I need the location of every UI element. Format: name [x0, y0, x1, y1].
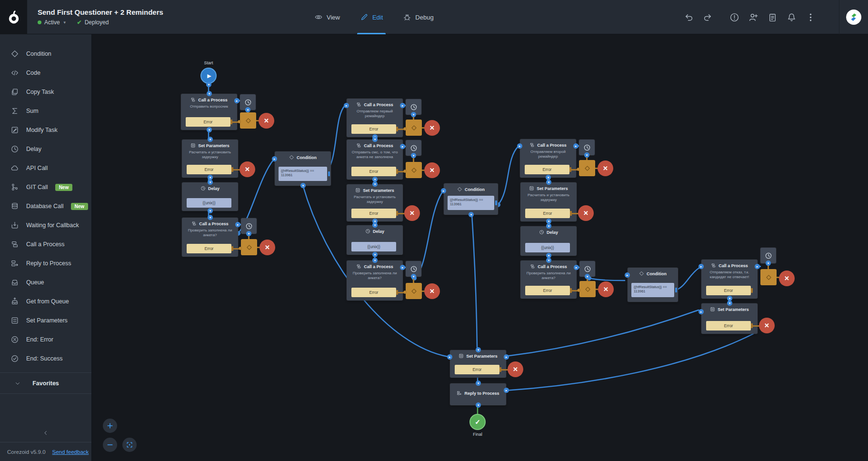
connector-dot[interactable]: ▾	[546, 180, 551, 185]
final-node[interactable]: ✓	[469, 414, 486, 430]
zoom-out-button[interactable]	[103, 438, 117, 452]
zoom-in-button[interactable]	[103, 419, 117, 433]
end-error-node[interactable]: ✕	[598, 281, 614, 297]
node-n12-delay[interactable]: Delay{{unix}}▾▾	[520, 226, 577, 256]
tab-edit[interactable]: Edit	[360, 0, 383, 34]
error-branch-bar[interactable]: Error	[351, 209, 396, 218]
connector-dot[interactable]: ▸	[400, 103, 405, 108]
end-error-node[interactable]: ✕	[779, 271, 795, 286]
error-branch-bar[interactable]: Error	[351, 288, 396, 297]
node-n14-call-a-process[interactable]: Call a ProcessОтправляем отказ, т.к. кан…	[701, 260, 758, 299]
start-node[interactable]: ▶	[200, 68, 217, 84]
connector-dot[interactable]: ▾	[469, 212, 474, 217]
status-label[interactable]: Active	[44, 19, 60, 26]
node-n1-call-a-process[interactable]: Call a ProcessОтправить вопросникError▸▾…	[181, 94, 237, 130]
connector-dot[interactable]: ▾	[372, 252, 378, 257]
condition-out-nub[interactable]	[675, 288, 677, 292]
more-menu-button[interactable]	[805, 12, 816, 22]
node-c3-condition[interactable]: Condition{{hfResultStatus}} ==113961▸	[628, 268, 678, 302]
delay-value-bar[interactable]: {{unix}}	[525, 243, 570, 252]
error-branch-bar[interactable]: Error	[525, 209, 570, 218]
connector-dot[interactable]: ▾	[208, 208, 213, 213]
error-branch-bar[interactable]: Error	[706, 321, 751, 331]
node-n4-call-a-process[interactable]: Call a ProcessПроверить заполнена ли анк…	[182, 218, 238, 257]
condition-branch-node[interactable]	[241, 239, 257, 255]
connector-dot[interactable]: ▸	[504, 354, 509, 360]
tab-view[interactable]: View	[314, 0, 340, 34]
condition-branch-node[interactable]	[760, 269, 777, 285]
end-error-node[interactable]: ✕	[239, 161, 255, 177]
error-branch-bar[interactable]: Error	[187, 244, 231, 253]
sidebar-item-copy-task[interactable]: Copy Task	[0, 82, 91, 101]
sidebar-item-sum[interactable]: Sum	[0, 101, 91, 120]
connector-dot[interactable]: ▾	[300, 183, 306, 188]
connector-dot[interactable]: ▾	[372, 137, 378, 142]
fit-view-button[interactable]	[122, 438, 137, 452]
connector-dot[interactable]: ▾	[411, 153, 416, 158]
sidebar-item-end-error[interactable]: End: Error	[0, 330, 91, 349]
connector-dot[interactable]: ▾	[207, 91, 212, 96]
error-branch-bar[interactable]: Error	[455, 365, 499, 374]
condition-branch-node[interactable]	[579, 160, 595, 176]
delay-value-bar[interactable]: {{unix}}	[351, 242, 396, 251]
connector-dot[interactable]: ▾	[206, 82, 211, 87]
connector-dot[interactable]: ▾	[208, 180, 213, 185]
delay-value-bar[interactable]: {{unix}}	[187, 198, 231, 208]
user-avatar[interactable]	[846, 10, 861, 25]
connector-dot[interactable]: ▾	[727, 301, 732, 306]
condition-branch-node[interactable]	[406, 162, 422, 178]
node-n7-set-parameters[interactable]: Set ParametersРасчитать и установить зад…	[347, 184, 403, 221]
node-n10-call-a-process[interactable]: Call a ProcessОтправляем второй ремайнде…	[520, 139, 576, 178]
connector-dot[interactable]: ▸	[574, 265, 579, 270]
node-c2-condition[interactable]: Condition{{hfResultStatus}} ==113961▸▾	[444, 183, 498, 215]
sidebar-item-api-call[interactable]: API Call	[0, 159, 91, 178]
notifications-button[interactable]	[786, 12, 797, 22]
connector-dot[interactable]: ▸	[272, 156, 277, 161]
tab-debug[interactable]: Debug	[403, 0, 433, 34]
end-error-node[interactable]: ✕	[424, 162, 440, 178]
sidebar-item-modify-task[interactable]: Modify Task	[0, 120, 91, 140]
sidebar-item-end-success[interactable]: End: Success	[0, 349, 91, 368]
connector-dot[interactable]: ▸	[344, 103, 349, 108]
sidebar-item-code[interactable]: Code	[0, 63, 91, 82]
connector-dot[interactable]: ▸	[447, 354, 452, 360]
node-n9-call-a-process[interactable]: Call a ProcessПроверить заполнена ли анк…	[347, 261, 403, 301]
sidebar-item-queue[interactable]: Queue	[0, 273, 91, 292]
error-branch-bar[interactable]: Error	[351, 167, 396, 176]
connector-dot[interactable]: ▾	[246, 231, 251, 236]
connector-dot[interactable]: ▸	[400, 144, 405, 149]
sidebar-item-set-parameters[interactable]: Set Parameters	[0, 311, 91, 330]
sidebar-item-delay[interactable]: Delay	[0, 140, 91, 159]
connector-dot[interactable]: ▾	[546, 258, 551, 263]
connector-dot[interactable]: ▾	[372, 181, 378, 187]
connector-dot[interactable]: ▸	[573, 143, 579, 149]
connector-dot[interactable]: ▾	[476, 381, 481, 386]
connector-dot[interactable]: ▾	[208, 215, 213, 220]
end-error-node[interactable]: ✕	[424, 120, 440, 136]
process-canvas[interactable]: Call a ProcessОтправить вопросникError▸▾…	[0, 0, 868, 461]
end-error-node[interactable]: ✕	[259, 240, 275, 255]
node-n15-set-parameters[interactable]: Set ParametersError✕▸▾	[701, 303, 758, 334]
node-n11-set-parameters[interactable]: Set ParametersРасчитать и установить зад…	[520, 182, 577, 221]
connector-dot[interactable]: ▾	[411, 274, 416, 279]
connector-dot[interactable]: ▾	[372, 222, 378, 228]
condition-expression-bar[interactable]: {{hfResultStatus}} ==113961	[448, 196, 494, 210]
condition-expression-bar[interactable]: {{hfResultStatus}} ==113961	[279, 167, 327, 181]
node-n17-reply-to-process[interactable]: Reply to Process▾▸▾	[450, 383, 506, 405]
sidebar-item-waiting-for-callback[interactable]: Waiting for Callback	[0, 216, 91, 235]
error-branch-bar[interactable]: Error	[186, 117, 230, 127]
sidebar-item-database-call[interactable]: Database CallNew	[0, 197, 91, 216]
redo-button[interactable]	[702, 12, 713, 22]
end-error-node[interactable]: ✕	[259, 113, 274, 129]
condition-out-nub[interactable]	[495, 200, 497, 205]
connector-dot[interactable]: ▸	[235, 222, 240, 227]
undo-button[interactable]	[683, 12, 694, 22]
connector-dot[interactable]: ▸	[441, 188, 446, 193]
connector-dot[interactable]: ▾	[585, 274, 590, 279]
connector-dot[interactable]: ▾	[245, 107, 250, 112]
connector-dot[interactable]: ▸	[625, 272, 630, 278]
condition-branch-node[interactable]	[240, 112, 256, 129]
error-branch-bar[interactable]: Error	[351, 124, 396, 134]
node-c1-condition[interactable]: Condition{{hfResultStatus}} ==113961▸▾	[275, 151, 331, 186]
connector-dot[interactable]: ▾	[766, 261, 771, 266]
